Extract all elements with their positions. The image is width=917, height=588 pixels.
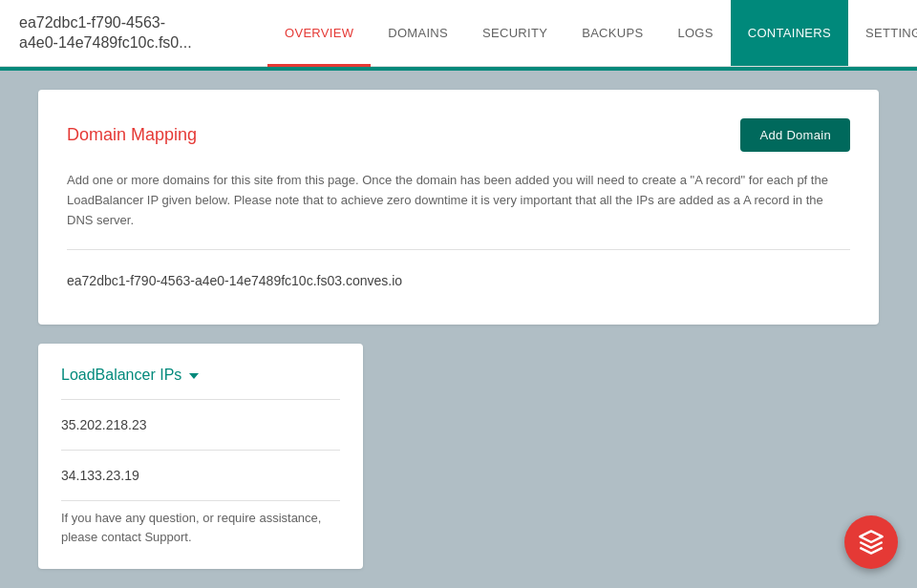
main-content: Domain Mapping Add Domain Add one or mor…	[0, 71, 917, 588]
main-nav: OVERVIEW DOMAINS SECURITY BACKUPS LOGS C…	[267, 0, 917, 66]
tab-logs[interactable]: LOGS	[660, 0, 730, 67]
domain-mapping-title: Domain Mapping	[67, 125, 197, 145]
loadbalancer-card: LoadBalancer IPs 35.202.218.23 34.133.23…	[38, 344, 363, 569]
support-fab[interactable]	[844, 515, 898, 569]
box-icon	[858, 529, 885, 556]
tab-security[interactable]: SECURITY	[465, 0, 565, 67]
domain-mapping-card: Domain Mapping Add Domain Add one or mor…	[38, 90, 879, 325]
chevron-down-icon	[189, 373, 199, 379]
lb-ip-2: 34.133.23.19	[61, 458, 340, 493]
domain-mapping-description: Add one or more domains for this site fr…	[67, 171, 850, 230]
lb-divider-3	[61, 500, 340, 501]
loadbalancer-title: LoadBalancer IPs	[61, 367, 181, 384]
card-divider	[67, 249, 850, 250]
tab-settings[interactable]: SETTINGS	[848, 0, 917, 67]
lb-ip-1: 35.202.218.23	[61, 408, 340, 442]
progress-bar-container	[0, 67, 917, 71]
lb-divider-2	[61, 450, 340, 451]
tab-backups[interactable]: BACKUPS	[565, 0, 660, 67]
lb-support-text: If you have any question, or require ass…	[61, 509, 340, 546]
top-bar: ea72dbc1-f790-4563- a4e0-14e7489fc10c.fs…	[0, 0, 917, 67]
domain-entry: ea72dbc1-f790-4563-a4e0-14e7489fc10c.fs0…	[67, 265, 850, 296]
loadbalancer-header[interactable]: LoadBalancer IPs	[61, 367, 340, 384]
progress-bar-fill	[0, 67, 917, 71]
lb-divider-1	[61, 399, 340, 400]
tab-containers[interactable]: CONTAINERS	[731, 0, 848, 66]
site-id: ea72dbc1-f790-4563- a4e0-14e7489fc10c.fs…	[19, 13, 229, 53]
tab-domains[interactable]: DOMAINS	[371, 0, 465, 67]
add-domain-button[interactable]: Add Domain	[740, 118, 850, 152]
card-header: Domain Mapping Add Domain	[67, 118, 850, 152]
tab-overview[interactable]: OVERVIEW	[267, 0, 371, 67]
